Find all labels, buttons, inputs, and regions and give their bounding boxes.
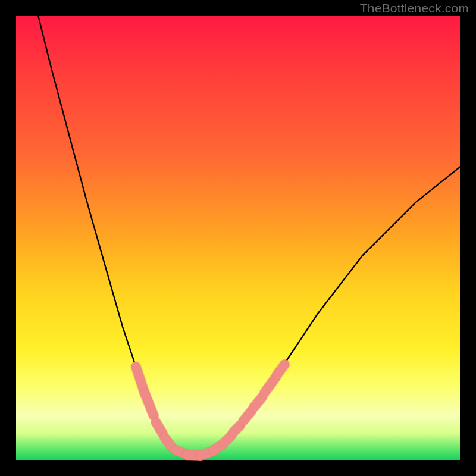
marker-segment (165, 438, 171, 447)
marker-segment (145, 393, 154, 415)
marker-segment (277, 365, 285, 375)
marker-segment (225, 436, 231, 442)
marker-group (136, 365, 284, 456)
marker-segment (234, 425, 240, 432)
watermark-text: TheBottleneck.com (360, 1, 469, 15)
marker-segment (156, 422, 162, 434)
marker-segment (265, 377, 276, 392)
plot-area (16, 16, 460, 460)
bottleneck-curve (38, 16, 460, 456)
chart-frame: TheBottleneck.com (0, 0, 476, 476)
marker-segment (243, 411, 251, 421)
chart-svg (16, 16, 460, 460)
